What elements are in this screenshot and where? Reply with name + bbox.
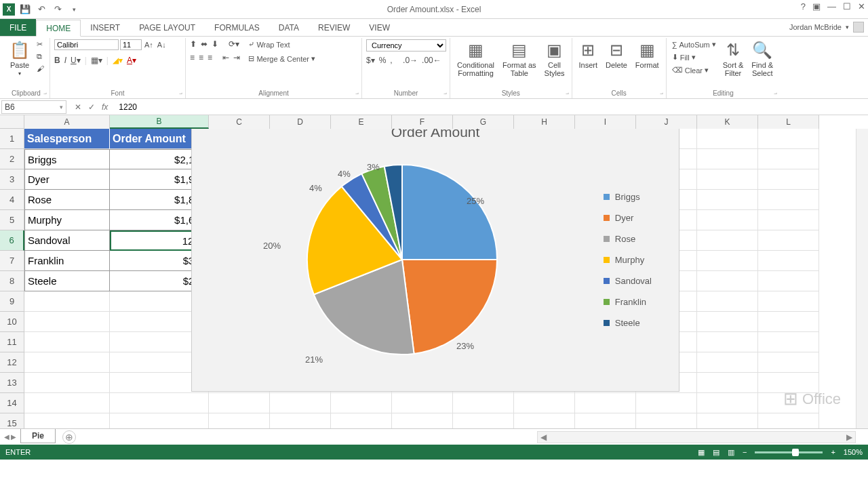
view-normal-icon[interactable]: ▦ bbox=[698, 448, 705, 457]
percent-icon[interactable]: % bbox=[379, 56, 387, 65]
cell-L5[interactable] bbox=[758, 210, 819, 230]
user-account[interactable]: Jordan McBride▾ bbox=[789, 22, 864, 33]
align-center-icon[interactable]: ≡ bbox=[199, 53, 203, 62]
row-header-8[interactable]: 8 bbox=[0, 271, 24, 291]
close-icon[interactable]: ✕ bbox=[858, 1, 865, 12]
zoom-slider[interactable] bbox=[755, 451, 823, 453]
cell-A1[interactable]: Salesperson bbox=[24, 129, 110, 149]
tab-insert[interactable]: INSERT bbox=[81, 19, 130, 36]
cell-L4[interactable] bbox=[758, 190, 819, 210]
font-size-select[interactable] bbox=[120, 39, 142, 50]
legend-item-steele[interactable]: Steele bbox=[604, 318, 652, 328]
paste-button[interactable]: 📋Paste▾ bbox=[7, 39, 33, 78]
formula-input[interactable] bbox=[115, 101, 868, 113]
cell-E15[interactable] bbox=[331, 413, 392, 428]
cell-G15[interactable] bbox=[453, 413, 514, 428]
horizontal-scrollbar[interactable]: ◀▶ bbox=[537, 431, 856, 443]
cell-A11[interactable] bbox=[24, 332, 110, 352]
legend-item-murphy[interactable]: Murphy bbox=[604, 255, 652, 265]
cell-A6[interactable]: Sandoval bbox=[24, 230, 110, 251]
decrease-decimal-icon[interactable]: .00← bbox=[422, 56, 441, 65]
cell-A3[interactable]: Dyer bbox=[24, 169, 110, 190]
zoom-in-icon[interactable]: + bbox=[831, 448, 835, 456]
redo-icon[interactable]: ↷ bbox=[52, 3, 64, 16]
legend-item-franklin[interactable]: Franklin bbox=[604, 297, 652, 307]
cell-H15[interactable] bbox=[514, 413, 575, 428]
row-header-4[interactable]: 4 bbox=[0, 190, 24, 210]
col-header-L[interactable]: L bbox=[758, 115, 819, 129]
cell-K3[interactable] bbox=[697, 169, 758, 190]
cell-K2[interactable] bbox=[697, 149, 758, 169]
cell-A2[interactable]: Briggs bbox=[24, 149, 110, 169]
cell-F14[interactable] bbox=[392, 393, 453, 413]
cell-K6[interactable] bbox=[697, 230, 758, 251]
tab-formulas[interactable]: FORMULAS bbox=[205, 19, 269, 36]
cell-D15[interactable] bbox=[270, 413, 331, 428]
cell-A7[interactable]: Franklin bbox=[24, 251, 110, 271]
format-as-table-button[interactable]: ▤Format as Table bbox=[500, 39, 539, 79]
cell-K14[interactable] bbox=[697, 393, 758, 413]
cell-A8[interactable]: Steele bbox=[24, 271, 110, 291]
col-header-G[interactable]: G bbox=[453, 115, 514, 129]
col-header-E[interactable]: E bbox=[331, 115, 392, 129]
orientation-icon[interactable]: ⟳▾ bbox=[229, 39, 239, 49]
cell-C15[interactable] bbox=[209, 413, 270, 428]
cell-K7[interactable] bbox=[697, 251, 758, 271]
add-sheet-button[interactable]: ⊕ bbox=[62, 430, 76, 444]
cell-K9[interactable] bbox=[697, 291, 758, 312]
number-format-select[interactable]: Currency bbox=[366, 39, 446, 52]
cell-K1[interactable] bbox=[697, 129, 758, 149]
cell-A10[interactable] bbox=[24, 312, 110, 332]
col-header-J[interactable]: J bbox=[636, 115, 697, 129]
fill-color-icon[interactable]: ◢▾ bbox=[113, 56, 123, 65]
decrease-font-icon[interactable]: A↓ bbox=[156, 40, 167, 49]
sort-filter-button[interactable]: ⇅Sort & Filter bbox=[720, 39, 747, 79]
bold-icon[interactable]: B bbox=[54, 56, 60, 65]
cell-E14[interactable] bbox=[331, 393, 392, 413]
fx-icon[interactable]: fx bbox=[102, 102, 108, 112]
cell-A4[interactable]: Rose bbox=[24, 190, 110, 210]
legend-item-sandoval[interactable]: Sandoval bbox=[604, 276, 652, 286]
col-header-K[interactable]: K bbox=[697, 115, 758, 129]
border-icon[interactable]: ▦▾ bbox=[91, 56, 102, 65]
col-header-I[interactable]: I bbox=[575, 115, 636, 129]
insert-button[interactable]: ⊞Insert bbox=[576, 39, 601, 70]
increase-decimal-icon[interactable]: .0→ bbox=[403, 56, 418, 65]
cell-J14[interactable] bbox=[636, 393, 697, 413]
tab-review[interactable]: REVIEW bbox=[309, 19, 359, 36]
cell-B15[interactable] bbox=[110, 413, 209, 428]
ribbon-display-icon[interactable]: ▣ bbox=[812, 1, 821, 12]
select-all-triangle[interactable] bbox=[0, 115, 24, 129]
legend-item-briggs[interactable]: Briggs bbox=[604, 192, 652, 202]
col-header-C[interactable]: C bbox=[209, 115, 270, 129]
vertical-scrollbar[interactable] bbox=[856, 129, 868, 428]
font-name-select[interactable] bbox=[54, 39, 119, 50]
conditional-formatting-button[interactable]: ▦Conditional Formatting bbox=[454, 39, 497, 79]
copy-icon[interactable]: ⧉ bbox=[35, 52, 45, 62]
autosum-button[interactable]: ∑ AutoSum ▾ bbox=[671, 39, 717, 49]
cell-L10[interactable] bbox=[758, 312, 819, 332]
clear-button[interactable]: ⌫ Clear ▾ bbox=[671, 65, 717, 75]
zoom-level[interactable]: 150% bbox=[844, 448, 863, 456]
cell-L6[interactable] bbox=[758, 230, 819, 251]
cell-L2[interactable] bbox=[758, 149, 819, 169]
cell-L3[interactable] bbox=[758, 169, 819, 190]
view-pagebreak-icon[interactable]: ▥ bbox=[728, 448, 734, 457]
merge-center-button[interactable]: ⊟ Merge & Center ▾ bbox=[247, 54, 317, 64]
currency-icon[interactable]: $▾ bbox=[366, 56, 375, 65]
cell-K5[interactable] bbox=[697, 210, 758, 230]
align-left-icon[interactable]: ≡ bbox=[190, 53, 195, 62]
cell-C14[interactable] bbox=[209, 393, 270, 413]
decrease-indent-icon[interactable]: ⇤ bbox=[222, 53, 229, 62]
cell-B14[interactable] bbox=[110, 393, 209, 413]
tab-view[interactable]: VIEW bbox=[359, 19, 399, 36]
underline-icon[interactable]: U▾ bbox=[71, 56, 81, 65]
confirm-edit-icon[interactable]: ✓ bbox=[88, 102, 95, 112]
italic-icon[interactable]: I bbox=[64, 56, 66, 65]
cell-K11[interactable] bbox=[697, 332, 758, 352]
cell-A14[interactable] bbox=[24, 393, 110, 413]
comma-icon[interactable]: , bbox=[390, 56, 392, 65]
cell-J15[interactable] bbox=[636, 413, 697, 428]
cell-I14[interactable] bbox=[575, 393, 636, 413]
help-icon[interactable]: ? bbox=[801, 1, 806, 12]
